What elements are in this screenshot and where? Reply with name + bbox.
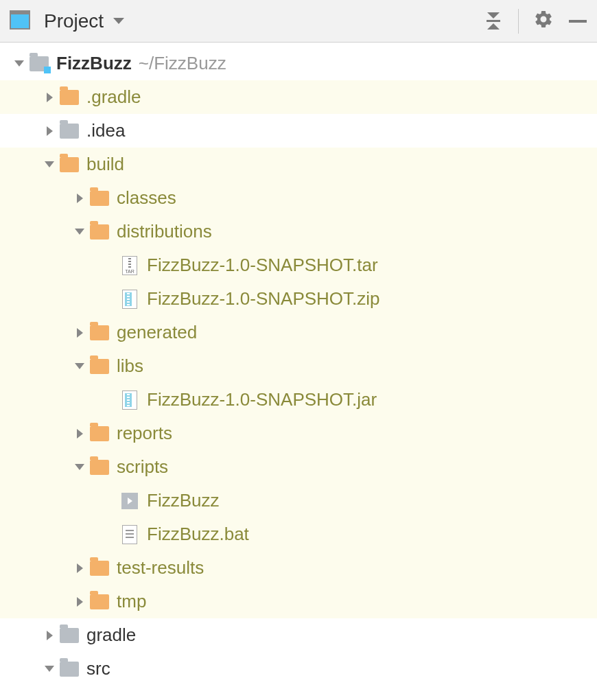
tree-node[interactable]: src — [0, 652, 597, 686]
toolbar-left: Project — [10, 10, 484, 32]
node-label: build — [86, 154, 124, 175]
node-label: FizzBuzz-1.0-SNAPSHOT.jar — [147, 389, 377, 410]
chevron-right-icon[interactable] — [40, 631, 59, 640]
folder-orange-icon — [89, 222, 110, 242]
node-label: test-results — [117, 557, 204, 579]
folder-orange-icon — [89, 457, 110, 478]
text-icon — [119, 524, 140, 545]
folder-orange-icon — [59, 154, 80, 175]
module-icon — [29, 54, 49, 74]
chevron-down-icon[interactable] — [70, 229, 89, 235]
view-dropdown-icon[interactable] — [113, 18, 124, 24]
tree-node[interactable]: .gradle — [0, 80, 597, 114]
chevron-down-icon[interactable] — [70, 464, 89, 470]
node-label: generated — [117, 322, 197, 343]
node-label: FizzBuzz-1.0-SNAPSHOT.zip — [147, 288, 380, 310]
chevron-down-icon[interactable] — [40, 666, 59, 672]
folder-gray-icon — [59, 659, 80, 679]
project-tree: FizzBuzz~/FizzBuzz.gradle.ideabuildclass… — [0, 43, 597, 686]
tree-node[interactable]: classes — [0, 181, 597, 215]
tree-node[interactable]: FizzBuzz-1.0-SNAPSHOT.jar — [0, 383, 597, 417]
chevron-right-icon[interactable] — [70, 429, 89, 439]
script-icon — [119, 491, 140, 511]
folder-orange-icon — [89, 592, 110, 612]
node-label: distributions — [117, 221, 212, 242]
folder-gray-icon — [59, 121, 80, 141]
chevron-down-icon[interactable] — [70, 363, 89, 369]
node-label: classes — [117, 187, 176, 209]
folder-orange-icon — [59, 87, 80, 108]
folder-orange-icon — [89, 356, 110, 377]
chevron-right-icon[interactable] — [40, 126, 59, 136]
folder-gray-icon — [59, 625, 80, 646]
tree-node[interactable]: FizzBuzz — [0, 484, 597, 517]
tar-icon: TAR — [119, 255, 140, 276]
tree-node[interactable]: test-results — [0, 551, 597, 585]
collapse-all-icon — [487, 12, 500, 30]
project-toolbar: Project — [0, 0, 597, 43]
chevron-right-icon[interactable] — [70, 563, 89, 573]
toolbar-divider — [518, 9, 519, 34]
tree-node[interactable]: tmp — [0, 585, 597, 618]
folder-orange-icon — [89, 423, 110, 444]
node-label: scripts — [117, 456, 168, 478]
tree-node[interactable]: distributions — [0, 215, 597, 248]
node-label: FizzBuzz — [147, 490, 219, 511]
node-label: FizzBuzz — [56, 53, 132, 74]
folder-orange-icon — [89, 188, 110, 209]
node-label: gradle — [86, 625, 136, 646]
minimize-icon — [569, 20, 587, 23]
node-label: FizzBuzz-1.0-SNAPSHOT.tar — [147, 255, 378, 276]
folder-orange-icon — [89, 323, 110, 343]
node-label: libs — [117, 355, 143, 377]
zip-icon — [119, 289, 140, 310]
folder-orange-icon — [89, 558, 110, 579]
node-label: reports — [117, 423, 172, 444]
node-label: tmp — [117, 591, 146, 612]
node-label: .gradle — [86, 86, 141, 108]
toolbar-right — [484, 9, 587, 34]
node-label: .idea — [86, 120, 125, 141]
tree-node[interactable]: build — [0, 148, 597, 181]
tree-node[interactable]: generated — [0, 316, 597, 349]
tree-node[interactable]: gradle — [0, 618, 597, 652]
tree-node[interactable]: .idea — [0, 114, 597, 148]
chevron-right-icon[interactable] — [70, 194, 89, 203]
chevron-down-icon[interactable] — [40, 161, 59, 167]
settings-button[interactable] — [534, 12, 553, 31]
hide-button[interactable] — [568, 12, 587, 31]
node-label: FizzBuzz.bat — [147, 524, 249, 545]
chevron-right-icon[interactable] — [40, 93, 59, 102]
zip-icon — [119, 390, 140, 410]
tree-node[interactable]: FizzBuzz.bat — [0, 517, 597, 551]
node-path: ~/FizzBuzz — [139, 53, 226, 74]
gear-icon — [533, 9, 554, 34]
chevron-right-icon[interactable] — [70, 328, 89, 338]
collapse-all-button[interactable] — [484, 12, 503, 31]
tree-node[interactable]: TARFizzBuzz-1.0-SNAPSHOT.tar — [0, 248, 597, 282]
tree-node[interactable]: reports — [0, 417, 597, 450]
tree-node[interactable]: scripts — [0, 450, 597, 484]
chevron-down-icon[interactable] — [10, 60, 29, 67]
tree-node[interactable]: FizzBuzz~/FizzBuzz — [0, 47, 597, 80]
tree-node[interactable]: libs — [0, 349, 597, 383]
chevron-right-icon[interactable] — [70, 597, 89, 607]
tree-node[interactable]: FizzBuzz-1.0-SNAPSHOT.zip — [0, 282, 597, 316]
toolbar-title: Project — [44, 10, 104, 32]
node-label: src — [86, 658, 110, 679]
project-window-icon — [10, 11, 30, 32]
